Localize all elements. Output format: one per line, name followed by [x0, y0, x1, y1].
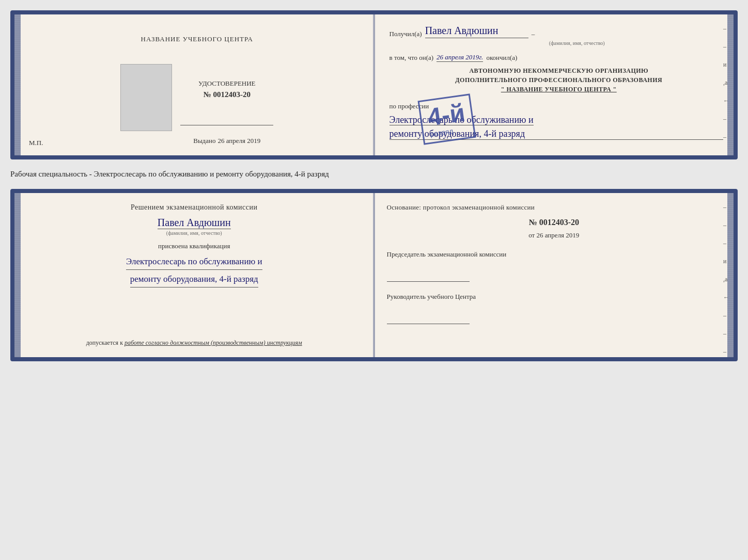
po-professii: по профессии: [389, 102, 724, 110]
recipient-prefix: Получил(а): [389, 30, 422, 38]
допускается-block: допускается к работе согласно должностны…: [86, 339, 302, 347]
mp-label: М.П.: [29, 139, 43, 147]
spine-right-bottom: [727, 193, 734, 357]
допускается-prefix: допускается к: [86, 339, 123, 346]
okончил-text: окончил(а): [486, 54, 517, 62]
top-document: НАЗВАНИЕ УЧЕБНОГО ЦЕНТРА УДОСТОВЕРЕНИЕ №…: [10, 10, 738, 159]
commission-title: Решением экзаменационной комиссии: [131, 203, 258, 212]
cert-label: УДОСТОВЕРЕНИЕ: [198, 79, 256, 88]
profession-section: по профессии Электрослесарь по обслужива…: [389, 102, 724, 140]
org-line3: " НАЗВАНИЕ УЧЕБНОГО ЦЕНТРА ": [395, 85, 724, 94]
specialty-label: Рабочая специальность - Электрослесарь п…: [10, 168, 738, 181]
spine-right: [727, 14, 734, 155]
issued-label: Выдано: [193, 137, 215, 145]
page-container: НАЗВАНИЕ УЧЕБНОГО ЦЕНТРА УДОСТОВЕРЕНИЕ №…: [10, 10, 738, 361]
recipient-name: Павел Авдюшин: [425, 25, 528, 38]
vtom-line: в том, что он(а) 26 апреля 2019г. окончи…: [389, 53, 724, 62]
director-title: Руководитель учебного Центра: [387, 292, 722, 301]
issued-date: 26 апреля 2019: [217, 137, 260, 145]
person-name-bottom: Павел Авдюшин: [158, 217, 231, 229]
bottom-doc-right: Основание: протокол экзаменационной коми…: [375, 193, 734, 357]
director-section: Руководитель учебного Центра: [387, 292, 722, 324]
vtom-date: 26 апреля 2019г.: [437, 53, 483, 62]
fio-label-bottom: (фамилия, имя, отчество): [166, 230, 222, 236]
bottom-doc-left: Решением экзаменационной комиссии Павел …: [14, 193, 375, 357]
prisvoena: присвоена квалификация: [158, 242, 230, 250]
bottom-document: Решением экзаменационной комиссии Павел …: [10, 189, 738, 361]
cert-number-section: УДОСТОВЕРЕНИЕ № 0012403-20: [198, 79, 256, 99]
top-doc-left: НАЗВАНИЕ УЧЕБНОГО ЦЕНТРА УДОСТОВЕРЕНИЕ №…: [14, 14, 375, 155]
photo-placeholder: [120, 64, 172, 131]
fio-label-top: (фамилия, имя, отчество): [389, 40, 724, 46]
ot-line: от 26 апреля 2019: [387, 231, 722, 239]
org-line1: АВТОНОМНУЮ НЕКОММЕРЧЕСКУЮ ОРГАНИЗАЦИЮ: [395, 66, 724, 75]
chairman-section: Председатель экзаменационной комиссии: [387, 250, 722, 282]
qual-line1: Электрослесарь по обслуживанию и: [126, 254, 262, 270]
osnovaniye: Основание: протокол экзаменационной коми…: [387, 203, 722, 212]
top-doc-right: Получил(а) Павел Авдюшин – (фамилия, имя…: [375, 14, 734, 155]
profession-line2: ремонту оборудования, 4-й разряд: [389, 129, 724, 140]
org-block: АВТОНОМНУЮ НЕКОММЕРЧЕСКУЮ ОРГАНИЗАЦИЮ ДО…: [389, 66, 724, 94]
profession-line1: Электрослесарь по обслуживанию и: [389, 115, 534, 125]
org-line2: ДОПОЛНИТЕЛЬНОГО ПРОФЕССИОНАЛЬНОГО ОБРАЗО…: [395, 75, 724, 85]
center-title: НАЗВАНИЕ УЧЕБНОГО ЦЕНТРА: [141, 35, 253, 43]
vtom-prefix: в том, что он(а): [389, 54, 434, 62]
director-sign-line: [387, 312, 470, 324]
chairman-title: Председатель экзаменационной комиссии: [387, 250, 722, 259]
chairman-sign-line: [387, 269, 470, 282]
recipient-dash: –: [532, 30, 535, 38]
qual-line2: ремонту оборудования, 4-й разряд: [130, 272, 258, 287]
protocol-number: № 0012403-20: [387, 218, 722, 227]
recipient-line: Получил(а) Павел Авдюшин –: [389, 25, 724, 38]
cert-number: № 0012403-20: [204, 90, 251, 99]
допускается-text: работе согласно должностным (производств…: [124, 339, 302, 346]
issued-section: Выдано 26 апреля 2019: [193, 136, 260, 145]
